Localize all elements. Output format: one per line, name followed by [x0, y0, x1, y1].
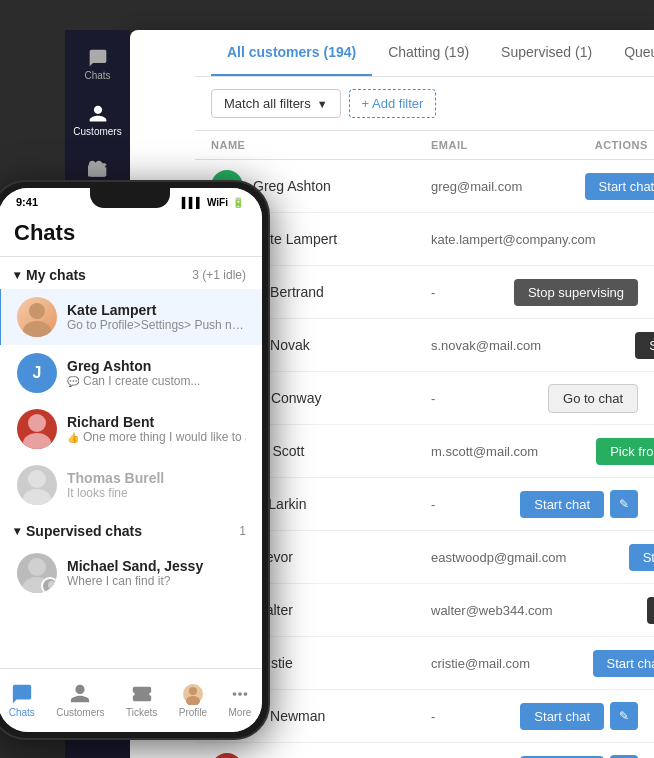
nav-item-customers[interactable]: Customers — [56, 683, 104, 718]
stop-supervising-button[interactable]: Stop supervising — [514, 279, 638, 306]
chat-preview-kate: Go to Profile>Settings> Push not... — [67, 318, 246, 332]
sidebar-customers-label: Customers — [73, 126, 121, 137]
nav-customers-label: Customers — [56, 707, 104, 718]
match-filter-button[interactable]: Match all filters ▼ — [211, 89, 341, 118]
email-cell: - — [431, 285, 458, 300]
phone-overlay: 9:41 ▌▌▌ WiFi 🔋 Chats ▾ My chats 3 (+1 i… — [0, 180, 270, 740]
supervise-button[interactable]: Supervise — [647, 597, 654, 624]
chat-info-michael: Michael Sand, Jessy Where I can find it? — [67, 558, 246, 588]
chat-item-kate[interactable]: Kate Lampert Go to Profile>Settings> Pus… — [0, 289, 262, 345]
name-cell: FP F. Parker — [211, 753, 431, 758]
svg-point-10 — [45, 589, 57, 593]
actions-cell: Start chat ✎ — [458, 490, 638, 518]
nav-item-profile[interactable]: Profile — [179, 683, 207, 718]
actions-cell: Go to chat — [596, 225, 654, 254]
tab-all-customers[interactable]: All customers (194) — [211, 30, 372, 76]
start-chat-button[interactable]: Start chat — [585, 173, 654, 200]
actions-cell: Start chat ✎ — [522, 172, 654, 200]
nav-item-chats[interactable]: Chats — [9, 683, 35, 718]
chat-info-richard: Richard Bent 👍 One more thing I would li… — [67, 414, 246, 444]
supervised-title: ▾ Supervised chats — [14, 523, 142, 539]
svg-point-3 — [28, 414, 46, 432]
signal-icon: ▌▌▌ — [182, 197, 203, 208]
svg-point-9 — [48, 581, 56, 589]
actions-cell: Start chat ✎ — [458, 702, 638, 730]
supervised-count: 1 — [239, 524, 246, 538]
start-chat-button[interactable]: Start chat — [520, 491, 604, 518]
nav-item-tickets[interactable]: Tickets — [126, 683, 157, 718]
chat-item-richard[interactable]: Richard Bent 👍 One more thing I would li… — [0, 401, 262, 457]
chevron-down-icon: ▼ — [317, 98, 328, 110]
phone-screen: 9:41 ▌▌▌ WiFi 🔋 Chats ▾ My chats 3 (+1 i… — [0, 188, 262, 732]
email-cell: eastwoodp@gmail.com — [431, 550, 566, 565]
supervise-button[interactable]: Supervise — [635, 332, 654, 359]
nav-chats-label: Chats — [9, 707, 35, 718]
start-chat-button[interactable]: Start chat — [629, 544, 654, 571]
chat-info-thomas: Thomas Burell It looks fine — [67, 470, 246, 500]
chevron-down-icon: ▾ — [14, 268, 20, 282]
col-actions: ACTIONS — [468, 139, 648, 151]
actions-cell: Start chat ✎ — [530, 649, 654, 677]
avatar-richard — [17, 409, 57, 449]
sidebar-item-chats[interactable]: Chats — [74, 40, 122, 88]
phone-bottom-nav: Chats Customers Tickets Profile Mo — [0, 668, 262, 732]
chat-name-kate: Kate Lampert — [67, 302, 246, 318]
add-filter-label: + Add filter — [362, 96, 424, 111]
actions-cell: Stop supervising — [458, 279, 638, 306]
tab-queued[interactable]: Queued (1) — [608, 30, 654, 76]
avatar-thomas — [17, 465, 57, 505]
phone-time: 9:41 — [16, 196, 38, 208]
col-email: EMAIL — [431, 139, 468, 151]
start-chat-button[interactable]: Start chat — [520, 703, 604, 730]
chat-info-greg: Greg Ashton 💬 Can I create custom... — [67, 358, 246, 388]
sidebar-item-customers[interactable]: Customers — [74, 96, 122, 144]
add-filter-button[interactable]: + Add filter — [349, 89, 437, 118]
pick-from-queue-button[interactable]: Pick from queue — [596, 438, 654, 465]
email-cell: - — [431, 497, 458, 512]
chat-preview-greg: 💬 Can I create custom... — [67, 374, 246, 388]
tabs-bar: All customers (194) Chatting (19) Superv… — [195, 30, 654, 77]
chat-name-greg: Greg Ashton — [67, 358, 246, 374]
phone-content: ▾ My chats 3 (+1 idle) Kate Lampert Go t… — [0, 257, 262, 701]
email-cell: s.novak@mail.com — [431, 338, 541, 353]
actions-cell: Supervise — [541, 332, 654, 359]
phone-status-icons: ▌▌▌ WiFi 🔋 — [182, 197, 244, 208]
avatar-kate — [17, 297, 57, 337]
tab-chatting[interactable]: Chatting (19) — [372, 30, 485, 76]
email-cell: walter@web344.com — [431, 603, 553, 618]
phone-header: Chats — [0, 212, 262, 257]
chat-info-kate: Kate Lampert Go to Profile>Settings> Pus… — [67, 302, 246, 332]
avatar: FP — [211, 753, 243, 758]
edit-button[interactable]: ✎ — [610, 702, 638, 730]
avatar-greg: J — [17, 353, 57, 393]
my-chats-section-header: ▾ My chats 3 (+1 idle) — [0, 257, 262, 289]
tab-supervised[interactable]: Supervised (1) — [485, 30, 608, 76]
edit-button[interactable]: ✎ — [610, 490, 638, 518]
actions-cell: Supervise — [553, 597, 654, 624]
svg-point-5 — [28, 470, 46, 488]
chat-item-thomas[interactable]: Thomas Burell It looks fine — [0, 457, 262, 513]
svg-point-12 — [189, 687, 197, 695]
email-cell: - — [431, 391, 458, 406]
email-cell: greg@mail.com — [431, 179, 522, 194]
chat-name-thomas: Thomas Burell — [67, 470, 246, 486]
supervised-label: Supervised chats — [26, 523, 142, 539]
battery-icon: 🔋 — [232, 197, 244, 208]
nav-item-more[interactable]: More — [228, 683, 251, 718]
nav-tickets-label: Tickets — [126, 707, 157, 718]
table-row: FP F. Parker - Start chat ✎ — [195, 743, 654, 758]
start-chat-button[interactable]: Start chat — [593, 650, 654, 677]
col-name: NAME — [211, 139, 431, 151]
nav-profile-label: Profile — [179, 707, 207, 718]
email-cell: - — [431, 709, 458, 724]
chevron-down-icon: ▾ — [14, 524, 20, 538]
actions-cell: Pick from queue — [538, 438, 654, 465]
my-chats-count: 3 (+1 idle) — [192, 268, 246, 282]
wifi-icon: WiFi — [207, 197, 228, 208]
go-to-chat-button[interactable]: Go to chat — [548, 384, 638, 413]
phone-notch — [90, 188, 170, 208]
chat-item-michael[interactable]: Michael Sand, Jessy Where I can find it? — [0, 545, 262, 601]
match-filter-label: Match all filters — [224, 96, 311, 111]
email-cell: cristie@mail.com — [431, 656, 530, 671]
chat-item-greg[interactable]: J Greg Ashton 💬 Can I create custom... — [0, 345, 262, 401]
